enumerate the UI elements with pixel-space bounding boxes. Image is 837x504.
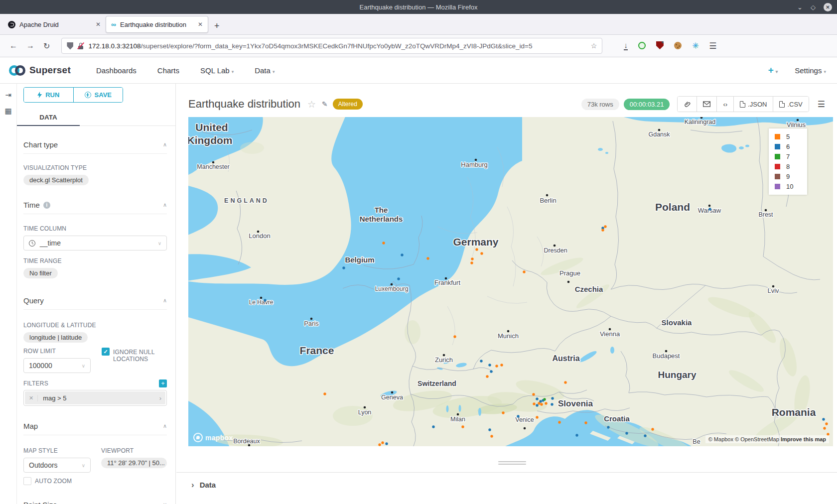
viz-type-value[interactable]: deck.gl Scatterplot <box>23 175 89 185</box>
legend-entry[interactable]: 5 <box>775 133 801 140</box>
section-query[interactable]: Query∧ <box>23 296 167 310</box>
scatter-point <box>490 370 492 373</box>
legend-entry[interactable]: 7 <box>775 153 801 160</box>
embed-code-button[interactable]: ‹› <box>716 97 733 112</box>
dataset-grid-icon[interactable]: ▦ <box>0 107 16 116</box>
add-filter-button[interactable]: + <box>159 379 167 387</box>
export-json-button[interactable]: .JSON <box>733 97 773 112</box>
deckgl-scatter-map[interactable]: UnitedKingdomManchesterENGLANDESLondonTh… <box>188 117 833 446</box>
legend-entry[interactable]: 8 <box>775 163 801 170</box>
time-range-label: TIME RANGE <box>23 257 167 264</box>
section-map[interactable]: Map∧ <box>23 422 167 435</box>
maximize-icon[interactable]: ◇ <box>811 3 816 11</box>
url-bar[interactable]: 172.18.0.3:32108/superset/explore/?form_… <box>61 38 602 54</box>
scatter-point <box>625 432 628 434</box>
back-button[interactable]: ← <box>5 41 22 50</box>
chart-menu-icon[interactable]: ☰ <box>814 99 829 110</box>
panel-resize-handle[interactable] <box>498 461 526 466</box>
edit-properties-icon[interactable]: ✎ <box>322 100 328 108</box>
favorite-star-icon[interactable]: ☆ <box>307 99 316 110</box>
colorful-extension-icon[interactable]: ✳ <box>692 42 698 50</box>
tab-data[interactable]: DATA <box>17 107 80 126</box>
lonlat-value[interactable]: longitude | latitude <box>23 332 88 343</box>
nav-data[interactable]: Data▾ <box>255 66 275 75</box>
scatter-point <box>532 393 535 395</box>
legend-swatch <box>775 164 780 169</box>
legend-entry[interactable]: 9 <box>775 173 801 180</box>
map-label: The <box>375 206 388 214</box>
downloads-icon[interactable]: ↓ <box>624 41 628 50</box>
legend-entry[interactable]: 10 <box>775 183 801 190</box>
scatter-point <box>517 415 519 417</box>
mapbox-logo-icon <box>193 433 203 442</box>
improve-map-link[interactable]: Improve this map <box>781 436 826 442</box>
scatter-point <box>401 253 403 256</box>
filter-chip[interactable]: ✕ mag > 5 › <box>25 391 165 404</box>
tracking-shield-icon[interactable] <box>67 42 73 50</box>
data-panel-header[interactable]: › Data <box>176 473 837 489</box>
ignore-null-checkbox[interactable]: ✓ <box>102 348 110 356</box>
map-label: Croatia <box>604 414 630 423</box>
viewport-value[interactable]: 11° 28' 29.70" | 50... <box>101 458 167 468</box>
tab-apache-druid[interactable]: Apache Druid ✕ <box>3 16 106 33</box>
nav-dashboards[interactable]: Dashboards <box>96 66 137 75</box>
row-limit-select[interactable]: 100000 ∨ <box>23 358 91 373</box>
close-icon[interactable]: ✕ <box>824 3 832 11</box>
scatter-point <box>558 421 560 423</box>
url-text[interactable]: 172.18.0.3:32108/superset/explore/?form_… <box>88 42 586 50</box>
nav-sql-lab[interactable]: SQL Lab▾ <box>200 66 234 75</box>
section-chart-type[interactable]: Chart type∧ <box>23 140 167 154</box>
collapse-panel-icon[interactable]: ⇥ <box>0 91 16 100</box>
copy-link-button[interactable] <box>678 97 697 112</box>
new-tab-button[interactable]: + <box>208 21 226 34</box>
reload-button[interactable]: ↻ <box>39 41 54 51</box>
menu-hamburger-icon[interactable]: ☰ <box>709 42 716 50</box>
remove-filter-icon[interactable]: ✕ <box>25 395 38 401</box>
time-column-select[interactable]: __time ∨ <box>23 236 167 251</box>
scatter-point <box>500 364 503 366</box>
tab-close-icon[interactable]: ✕ <box>198 21 203 28</box>
extension-green-icon[interactable] <box>638 42 646 50</box>
save-button[interactable]: SAVE <box>73 88 123 102</box>
section-point-size[interactable]: Point Size∨ <box>23 501 167 504</box>
map-label: Hungary <box>658 370 697 380</box>
filter-value[interactable]: mag > 5 <box>38 394 155 402</box>
forward-button[interactable]: → <box>22 41 39 50</box>
filter-control: ✕ mag > 5 › <box>23 390 167 406</box>
row-limit-label: ROW LIMIT <box>23 348 102 355</box>
scatter-point <box>470 261 473 264</box>
settings-menu[interactable]: Settings▾ <box>795 66 826 75</box>
expand-filter-icon[interactable]: › <box>155 394 165 402</box>
insecure-lock-icon[interactable] <box>77 42 84 50</box>
bookmark-star-icon[interactable]: ☆ <box>591 42 597 50</box>
nav-charts[interactable]: Charts <box>157 66 179 75</box>
tab-strip: Apache Druid ✕ ∞ Earthquake distribution… <box>0 14 837 35</box>
browser-toolbar: ← → ↻ 172.18.0.3:32108/superset/explore/… <box>0 35 837 57</box>
scatter-point <box>584 421 587 424</box>
export-csv-button[interactable]: .CSV <box>773 97 808 112</box>
run-button[interactable]: RUN <box>24 88 73 102</box>
section-time[interactable]: Timei ∧ <box>23 201 167 214</box>
legend-entry[interactable]: 6 <box>775 143 801 150</box>
map-label: Le Havre <box>249 299 274 306</box>
add-new-button[interactable]: +▾ <box>768 65 778 76</box>
auto-zoom-checkbox[interactable] <box>23 477 31 485</box>
mapbox-logo[interactable]: mapbox <box>193 433 233 442</box>
cookie-extension-icon[interactable] <box>674 42 682 50</box>
map-label: Manchester <box>197 163 229 170</box>
ublock-icon[interactable]: 2 <box>656 41 664 50</box>
superset-navbar: Superset Dashboards Charts SQL Lab▾ Data… <box>0 57 837 84</box>
map-label: Netherlands <box>360 215 403 223</box>
map-label: London <box>249 232 270 240</box>
map-label: Berlin <box>540 197 556 204</box>
email-button[interactable] <box>697 97 716 112</box>
auto-zoom-label: AUTO ZOOM <box>35 478 72 485</box>
time-range-value[interactable]: No filter <box>23 268 58 278</box>
map-style-select[interactable]: Outdoors ∨ <box>23 458 91 473</box>
tab-earthquake-distribution[interactable]: ∞ Earthquake distribution ✕ <box>106 16 208 33</box>
left-icon-rail: ⇥ ▦ <box>0 84 17 504</box>
superset-logo[interactable]: Superset <box>9 65 71 76</box>
map-label: Luxembourg <box>375 285 409 292</box>
minimize-icon[interactable]: ⌄ <box>797 3 803 11</box>
tab-close-icon[interactable]: ✕ <box>96 21 101 28</box>
